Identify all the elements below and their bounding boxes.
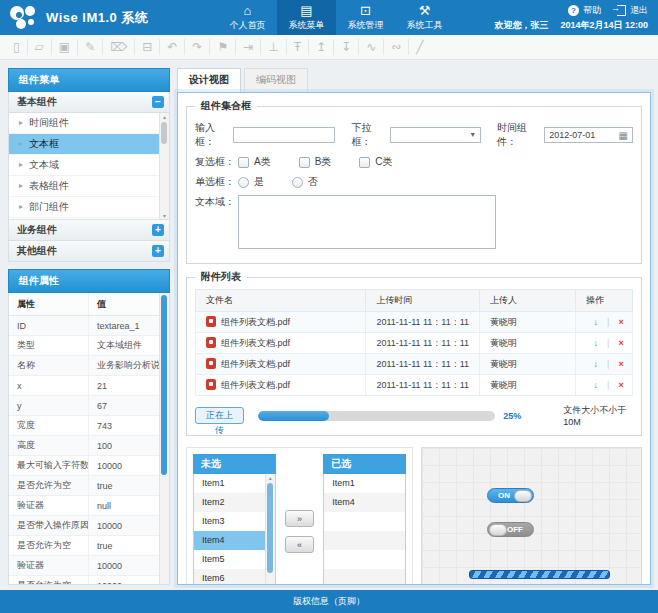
component-menu-header: 组件菜单	[8, 68, 170, 92]
property-value: 743	[89, 416, 162, 436]
date-picker[interactable]: 2012-07-01 ▦	[544, 127, 633, 143]
wave-line-icon[interactable]: ∿	[359, 39, 384, 55]
collapse-button[interactable]: −	[152, 96, 164, 108]
list-item[interactable]: Item1	[194, 474, 265, 493]
checkbox[interactable]: C类	[359, 155, 392, 169]
edit-form-icon[interactable]: ✎	[78, 39, 103, 55]
attachment-row: 组件列表文档.pdf 2011-11-11 11：11：11 黄晓明 ↓|×	[196, 312, 633, 333]
download-icon[interactable]: ↓	[594, 317, 599, 327]
progress-percent: 25%	[503, 411, 521, 421]
flag-icon[interactable]: ⚑	[210, 39, 236, 55]
component-props: 属性 值 ID textarea_1 类型 文本域组件	[8, 293, 170, 585]
move-left-button[interactable]: «	[285, 536, 314, 553]
toggle-knob[interactable]	[489, 524, 507, 536]
download-icon[interactable]: ↓	[594, 380, 599, 390]
move-right-button[interactable]: »	[285, 510, 314, 527]
toggle-off[interactable]: OFF	[487, 522, 534, 537]
delete-attachment-icon[interactable]: ×	[618, 359, 623, 369]
indent-icon[interactable]: ⇥	[236, 39, 261, 55]
toggle-on-label: ON	[498, 491, 510, 500]
menu-item[interactable]: ▸ 表格组件	[9, 176, 160, 197]
text-input[interactable]	[233, 127, 335, 143]
column-header-uploader: 上传人	[480, 290, 576, 312]
menu-item[interactable]: ▸ 时间组件	[9, 113, 160, 134]
curve-line-icon[interactable]: ∾	[384, 39, 409, 55]
props-scrollbar[interactable]	[159, 293, 169, 584]
toolbar: ▯ ▱ ▣ ✎ ⌦ ⊟ ↶ ↷ ⚑ ⇥	[0, 35, 658, 60]
accordion-business-components[interactable]: 业务组件 +	[8, 220, 170, 241]
logout-button[interactable]: → 退出	[617, 4, 648, 17]
download-icon[interactable]: ↓	[594, 359, 599, 369]
radio[interactable]: 否	[292, 175, 318, 189]
system-tools-icon[interactable]: ⚒ 系统工具	[395, 0, 454, 35]
expand-button[interactable]: +	[152, 245, 164, 257]
menu-item[interactable]: ▸ 部门组件	[9, 197, 160, 218]
menu-item-label: 表格组件	[29, 176, 69, 196]
date-label: 时间组件：	[497, 121, 541, 149]
system-admin-icon[interactable]: ⊡ 系统管理	[336, 0, 395, 35]
help-button[interactable]: ? 帮助	[568, 4, 601, 17]
preview-screen-icon[interactable]: ⊟	[135, 39, 160, 55]
system-menu-icon[interactable]: ▤ 系统菜单	[277, 0, 336, 35]
list-item[interactable]: Item6	[194, 569, 265, 585]
scroll-up-icon[interactable]: ▴	[160, 113, 169, 120]
source-listbox: 未选 Item1 Item2 Item3	[193, 454, 276, 585]
component-list: ▸ 时间组件 ▸ 文本框 ▸ 文本域 ▸ 表格	[8, 113, 170, 220]
list-item[interactable]: Item4	[194, 531, 265, 550]
attachments-fieldset: 附件列表 文件名 上传时间 上传人 操作	[186, 270, 642, 436]
menu-item[interactable]: ▸ 文本框	[9, 134, 160, 155]
scroll-down-icon[interactable]: ▾	[160, 212, 169, 219]
list-item[interactable]: Item2	[194, 493, 265, 512]
delete-attachment-icon[interactable]: ×	[618, 380, 623, 390]
uploading-button[interactable]: 正在上传	[195, 407, 244, 424]
app-body: 组件菜单 基本组件 − ▸ 时间组件 ▸ 文本框	[0, 60, 658, 590]
list-item[interactable]: Item1	[324, 474, 405, 493]
design-panel: 组件集合框 输入框： 下拉框： ▼ 时间组件： 2012-07-01 ▦ 复选框…	[177, 92, 651, 585]
file-upload-icon[interactable]: ↥	[309, 39, 334, 55]
list-item[interactable]: Item3	[194, 512, 265, 531]
accordion-label: 业务组件	[17, 223, 57, 237]
open-folder-icon[interactable]: ▱	[28, 39, 52, 55]
delete-attachment-icon[interactable]: ×	[618, 317, 623, 327]
undo-icon[interactable]: ↶	[160, 39, 185, 55]
radio[interactable]: 是	[238, 175, 264, 189]
new-file-icon[interactable]: ▯	[6, 39, 28, 55]
toggle-on[interactable]: ON	[487, 488, 534, 503]
source-list-scrollbar[interactable]: ▴ ▾	[265, 474, 275, 585]
checkbox[interactable]: A类	[238, 155, 271, 169]
file-download-icon[interactable]: ↧	[334, 39, 359, 55]
props-col-value: 值	[89, 293, 162, 316]
redo-icon[interactable]: ↷	[185, 39, 210, 55]
dropdown-select[interactable]: ▼	[390, 127, 481, 143]
menu-item-label: 文本框	[29, 134, 59, 154]
text-format-icon[interactable]: Ŧ	[287, 39, 309, 55]
accordion-other-components[interactable]: 其他组件 +	[8, 241, 170, 262]
list-item[interactable]: Item4	[324, 493, 405, 512]
checkbox[interactable]: B类	[299, 155, 332, 169]
save-icon[interactable]: ▣	[52, 39, 78, 55]
delete-attachment-icon[interactable]: ×	[618, 338, 623, 348]
property-row: 宽度 743	[9, 416, 161, 436]
scrollbar-thumb[interactable]	[267, 483, 273, 573]
list-item[interactable]: Item5	[194, 550, 265, 569]
scrollbar-thumb[interactable]	[161, 122, 167, 144]
checkbox-label: A类	[254, 155, 271, 169]
textarea-field[interactable]	[238, 195, 496, 249]
nav-icon: ▤	[300, 3, 312, 18]
scrollbar-thumb[interactable]	[161, 295, 167, 475]
toggle-knob[interactable]	[514, 490, 532, 502]
view-tab[interactable]: 编码视图	[244, 68, 308, 92]
download-icon[interactable]: ↓	[594, 338, 599, 348]
menu-item[interactable]: ▸ 文本域	[9, 155, 160, 176]
pencil-icon[interactable]: ╱	[409, 39, 430, 55]
property-row: 名称 业务影响分析说明	[9, 356, 161, 376]
delete-icon[interactable]: ⌦	[103, 39, 135, 55]
menu-scrollbar[interactable]: ▴ ▾	[159, 113, 169, 219]
anchor-icon[interactable]: ⊥	[261, 39, 286, 55]
view-tab[interactable]: 设计视图	[177, 68, 241, 92]
expand-button[interactable]: +	[152, 224, 164, 236]
accordion-basic-components[interactable]: 基本组件 −	[8, 92, 170, 113]
home-icon[interactable]: ⌂ 个人首页	[218, 0, 277, 35]
attachment-filename: 组件列表文档.pdf	[196, 354, 366, 375]
scroll-up-icon[interactable]: ▴	[266, 474, 275, 481]
